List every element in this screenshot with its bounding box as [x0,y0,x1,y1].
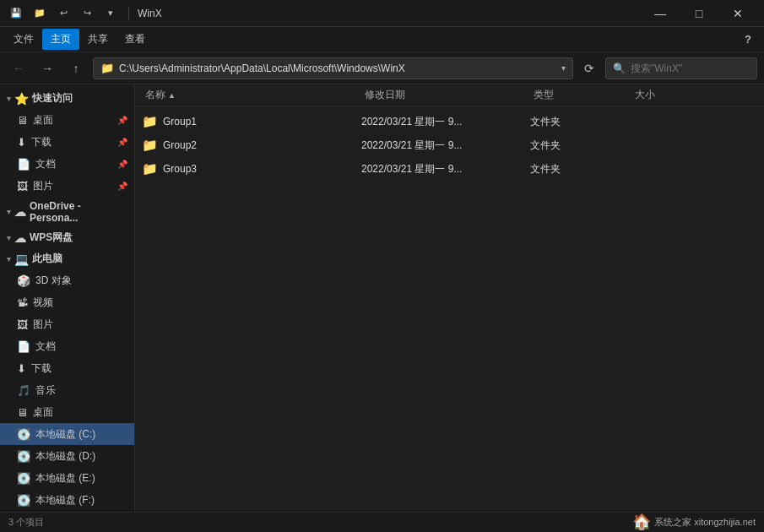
column-headers: 名称 ▲ 修改日期 类型 大小 [135,84,764,106]
minimize-button[interactable]: — [641,0,680,27]
folder-icon-group1: 📁 [142,114,158,129]
qa-folder[interactable]: 📁 [30,5,49,22]
column-date[interactable]: 修改日期 [361,84,530,106]
qa-undo[interactable]: ↩ [54,5,73,22]
sort-arrow-name: ▲ [168,91,176,100]
file-row[interactable]: 📁 Group1 2022/03/21 星期一 9... 文件夹 [135,110,764,133]
drive-d-icon: 💽 [17,450,30,463]
help-button[interactable]: ? [737,29,759,51]
column-name[interactable]: 名称 ▲ [142,84,361,106]
documents-icon: 📄 [17,158,30,171]
menu-share[interactable]: 共享 [79,29,116,50]
sidebar-item-downloads[interactable]: ⬇ 下载 📌 [0,131,134,153]
window-title: WinX [138,8,162,19]
pin-icon: 📌 [117,116,127,125]
sidebar-item-drive-d[interactable]: 💽 本地磁盘 (D:) [0,445,134,467]
watermark-text: 系统之家 xitongzhijia.net [654,516,756,529]
file-row[interactable]: 📁 Group2 2022/03/21 星期一 9... 文件夹 [135,133,764,157]
qa-save[interactable]: 💾 [7,5,25,22]
file-date-group2: 2022/03/21 星期一 9... [361,138,530,153]
quick-access-icon: ⭐ [14,92,29,106]
forward-button[interactable]: → [35,57,59,79]
file-date-group1: 2022/03/21 星期一 9... [361,115,530,129]
sidebar-thispc[interactable]: ▾ 💻 此电脑 [0,248,134,269]
column-type[interactable]: 类型 [530,84,631,106]
status-text: 3 个项目 [8,516,44,529]
pin-icon-pictures: 📌 [117,182,127,191]
address-bar: ← → ↑ 📁 C:\Users\Administrator\AppData\L… [0,52,764,84]
address-folder-icon: 📁 [100,62,114,74]
sidebar-item-3dobjects[interactable]: 🎲 3D 对象 [0,269,134,291]
file-name-group3: 📁 Group3 [142,161,361,176]
file-row[interactable]: 📁 Group3 2022/03/21 星期一 9... 文件夹 [135,157,764,181]
sidebar-item-drive-c[interactable]: 💽 本地磁盘 (C:) [0,423,134,445]
sidebar-item-desktop2[interactable]: 🖥 桌面 [0,401,134,423]
address-text: C:\Users\Administrator\AppData\Local\Mic… [119,62,556,74]
back-button[interactable]: ← [7,57,30,79]
3d-icon: 🎲 [17,274,30,287]
quick-access-label: 快速访问 [32,91,73,106]
qa-more[interactable]: ▾ [101,5,120,22]
thispc-icon: 💻 [14,252,29,266]
file-type-group1: 文件夹 [530,115,631,129]
pictures-icon: 🖼 [17,180,28,193]
sidebar-item-desktop[interactable]: 🖥 桌面 📌 [0,109,134,131]
menu-file[interactable]: 文件 [5,29,42,50]
sidebar-item-pictures2[interactable]: 🖼 图片 [0,313,134,335]
up-button[interactable]: ↑ [64,57,88,79]
folder-icon-group3: 📁 [142,161,158,176]
status-bar: 3 个项目 🏠 系统之家 xitongzhijia.net [0,512,764,532]
desktop2-icon: 🖥 [17,406,28,419]
onedrive-label: OneDrive - Persona... [30,200,127,224]
downloads-icon: ⬇ [17,136,26,149]
search-input[interactable] [631,62,757,74]
sidebar-item-pictures[interactable]: 🖼 图片 📌 [0,175,134,197]
search-box[interactable]: 🔍 [605,57,757,79]
address-input-container[interactable]: 📁 C:\Users\Administrator\AppData\Local\M… [93,57,573,79]
main-layout: ▾ ⭐ 快速访问 🖥 桌面 📌 ⬇ 下载 📌 📄 文档 📌 🖼 图片 📌 ▾ ☁ [0,84,764,512]
wps-chevron: ▾ [7,234,11,242]
sidebar-item-drive-f[interactable]: 💽 本地磁盘 (F:) [0,489,134,511]
watermark: 🏠 系统之家 xitongzhijia.net [632,512,756,532]
file-type-group2: 文件夹 [530,138,631,153]
desktop-icon: 🖥 [17,114,28,127]
search-icon: 🔍 [613,62,626,74]
maximize-button[interactable]: □ [680,0,718,27]
file-name-group1: 📁 Group1 [142,114,361,129]
sidebar-item-drive-e[interactable]: 💽 本地磁盘 (E:) [0,467,134,489]
sidebar-item-downloads2[interactable]: ⬇ 下载 [0,357,134,379]
onedrive-chevron: ▾ [7,208,11,216]
refresh-button[interactable]: ⟳ [578,57,600,79]
column-size[interactable]: 大小 [631,84,757,106]
file-list: 📁 Group1 2022/03/21 星期一 9... 文件夹 📁 Group… [135,106,764,512]
sidebar-wps[interactable]: ▾ ☁ WPS网盘 [0,227,134,248]
folder-icon-group2: 📁 [142,138,158,153]
close-button[interactable]: ✕ [718,0,757,27]
drive-f-icon: 💽 [17,494,30,507]
thispc-chevron: ▾ [7,255,11,263]
pin-icon-documents: 📌 [117,160,127,169]
sidebar-item-videos[interactable]: 📽 视频 [0,291,134,313]
title-bar: 💾 📁 ↩ ↪ ▾ WinX — □ ✕ [0,0,764,27]
sidebar-item-documents2[interactable]: 📄 文档 [0,335,134,357]
music-icon: 🎵 [17,384,30,397]
pin-icon-downloads: 📌 [117,138,127,147]
menu-home[interactable]: 主页 [42,29,79,50]
sidebar-section-quick-access[interactable]: ▾ ⭐ 快速访问 [0,88,134,109]
qa-redo[interactable]: ↪ [78,5,96,22]
pictures2-icon: 🖼 [17,318,28,331]
wps-icon: ☁ [14,231,26,245]
documents2-icon: 📄 [17,340,30,353]
file-name-group2: 📁 Group2 [142,138,361,153]
sidebar-item-music[interactable]: 🎵 音乐 [0,379,134,401]
watermark-house-icon: 🏠 [632,513,651,531]
videos-icon: 📽 [17,296,28,309]
sidebar-onedrive[interactable]: ▾ ☁ OneDrive - Persona... [0,197,134,227]
wps-label: WPS网盘 [30,231,73,245]
onedrive-icon: ☁ [14,205,26,219]
sidebar-item-documents[interactable]: 📄 文档 📌 [0,153,134,175]
menu-view[interactable]: 查看 [116,29,154,50]
thispc-label: 此电脑 [32,252,62,266]
sidebar: ▾ ⭐ 快速访问 🖥 桌面 📌 ⬇ 下载 📌 📄 文档 📌 🖼 图片 📌 ▾ ☁ [0,84,135,512]
address-dropdown-icon[interactable]: ▾ [561,63,566,73]
